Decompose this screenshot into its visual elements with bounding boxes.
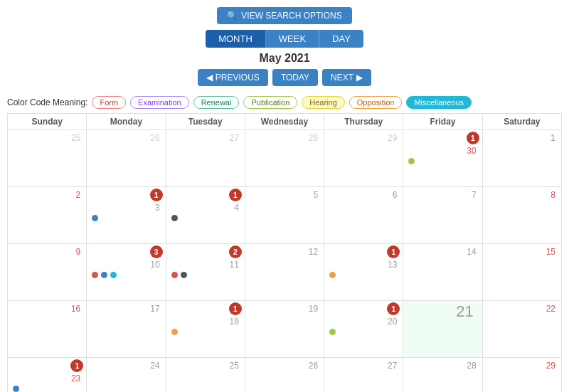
dot — [329, 329, 336, 335]
event-count[interactable]: 1 — [150, 189, 163, 201]
day-cell[interactable]: 1 3 — [87, 187, 166, 244]
day-cell[interactable]: 2 11 — [166, 244, 245, 301]
view-search-button[interactable]: 🔍 VIEW SEARCH OPTIONS — [217, 7, 351, 24]
day-number: 26 — [248, 359, 321, 371]
day-cell[interactable]: 26 — [87, 130, 166, 187]
day-cell[interactable]: 29 — [324, 130, 403, 187]
day-cell[interactable]: 28 — [403, 358, 482, 393]
prev-button[interactable]: ◀ PREVIOUS — [198, 69, 268, 86]
dots-row — [169, 270, 242, 279]
day-number: 2 — [11, 189, 83, 200]
day-cell[interactable]: 1 4 — [166, 187, 245, 244]
day-number: 10 — [90, 258, 162, 270]
day-cell[interactable]: 27 — [166, 130, 245, 187]
nav-row: ◀ PREVIOUS TODAY NEXT ▶ — [198, 69, 371, 86]
day-number: 11 — [169, 258, 242, 270]
event-count[interactable]: 1 — [387, 245, 400, 258]
day-cell[interactable]: 25 — [166, 358, 245, 393]
dot — [408, 158, 415, 164]
col-friday: Friday — [403, 114, 482, 130]
dots-row — [169, 213, 242, 222]
day-cell[interactable]: 12 — [245, 244, 324, 301]
day-number: 23 — [11, 372, 83, 383]
next-label: NEXT — [331, 73, 353, 83]
dot — [92, 215, 98, 221]
badge-hearing: Hearing — [302, 96, 345, 109]
day-cell[interactable]: 14 — [403, 244, 482, 301]
day-number: 3 — [90, 201, 162, 213]
day-cell[interactable]: 28 — [245, 130, 324, 187]
day-number: 26 — [90, 132, 162, 143]
view-tabs: MONTH WEEK DAY — [206, 30, 363, 48]
badge-form: Form — [92, 96, 126, 109]
day-cell[interactable]: 26 — [245, 358, 324, 393]
event-count[interactable]: 1 — [467, 132, 479, 144]
day-cell[interactable]: 1 20 — [324, 301, 403, 358]
month-title: May 2021 — [259, 52, 309, 65]
day-cell[interactable]: 1 30 — [403, 130, 482, 187]
day-cell[interactable]: 1 13 — [324, 244, 403, 301]
day-cell[interactable]: 27 — [324, 358, 403, 393]
day-number: 28 — [248, 132, 321, 143]
dot — [110, 272, 117, 278]
day-cell[interactable]: 1 18 — [166, 301, 245, 358]
day-cell[interactable]: 9 — [8, 244, 87, 301]
event-count[interactable]: 2 — [229, 245, 242, 258]
day-cell[interactable]: 7 — [403, 187, 482, 244]
day-cell[interactable]: 17 — [87, 301, 166, 358]
day-cell[interactable]: 6 — [324, 187, 403, 244]
day-cell[interactable]: 24 — [87, 358, 166, 393]
day-cell[interactable]: 16 — [8, 301, 87, 358]
day-number: 16 — [11, 302, 83, 314]
day-number: 15 — [486, 245, 558, 257]
day-cell[interactable]: 15 — [482, 244, 561, 301]
day-number: 25 — [11, 132, 83, 143]
day-cell[interactable]: 29 — [482, 358, 561, 393]
day-number-today: 21 — [406, 302, 479, 321]
event-count[interactable]: 1 — [229, 302, 242, 315]
day-cell[interactable]: 25 — [8, 130, 87, 187]
col-tuesday: Tuesday — [166, 114, 245, 130]
day-number: 6 — [327, 189, 400, 200]
table-row: 1 23 24 25 26 27 — [8, 358, 562, 393]
day-number: 24 — [90, 359, 162, 371]
dot — [329, 272, 336, 278]
dot — [171, 215, 178, 221]
dots-row — [327, 270, 400, 279]
day-number: 14 — [406, 245, 479, 257]
day-number: 29 — [486, 359, 558, 371]
day-cell[interactable]: 5 — [245, 187, 324, 244]
event-count[interactable]: 3 — [150, 245, 163, 258]
next-button[interactable]: NEXT ▶ — [322, 69, 371, 86]
badge-exam: Examination — [130, 96, 189, 109]
event-count[interactable]: 1 — [229, 189, 242, 201]
day-cell[interactable]: 19 — [245, 301, 324, 358]
day-number: 19 — [248, 302, 321, 314]
dots-row — [169, 327, 242, 336]
dots-row — [406, 156, 479, 165]
today-button[interactable]: TODAY — [272, 69, 318, 86]
day-cell-today[interactable]: 21 — [403, 301, 482, 358]
day-number: 4 — [169, 201, 242, 213]
day-cell[interactable]: 8 — [482, 187, 561, 244]
tab-week[interactable]: WEEK — [266, 30, 319, 48]
day-number: 27 — [327, 359, 400, 371]
tab-day[interactable]: DAY — [319, 30, 363, 48]
day-cell[interactable]: 3 10 — [87, 244, 166, 301]
day-cell[interactable]: 1 23 — [8, 358, 87, 393]
day-number: 9 — [11, 245, 83, 257]
col-saturday: Saturday — [482, 114, 561, 130]
day-number: 28 — [406, 359, 479, 371]
dot — [13, 386, 19, 392]
tab-month[interactable]: MONTH — [206, 30, 266, 48]
search-icon: 🔍 — [227, 11, 238, 21]
table-row: 9 3 10 2 11 — [8, 244, 562, 301]
day-cell[interactable]: 2 — [8, 187, 87, 244]
day-number: 12 — [248, 245, 321, 257]
prev-icon: ◀ — [206, 73, 213, 83]
day-cell[interactable]: 1 — [482, 130, 561, 187]
day-number: 1 — [486, 132, 558, 143]
day-cell[interactable]: 22 — [482, 301, 561, 358]
event-count[interactable]: 1 — [70, 359, 83, 372]
event-count[interactable]: 1 — [387, 302, 400, 315]
